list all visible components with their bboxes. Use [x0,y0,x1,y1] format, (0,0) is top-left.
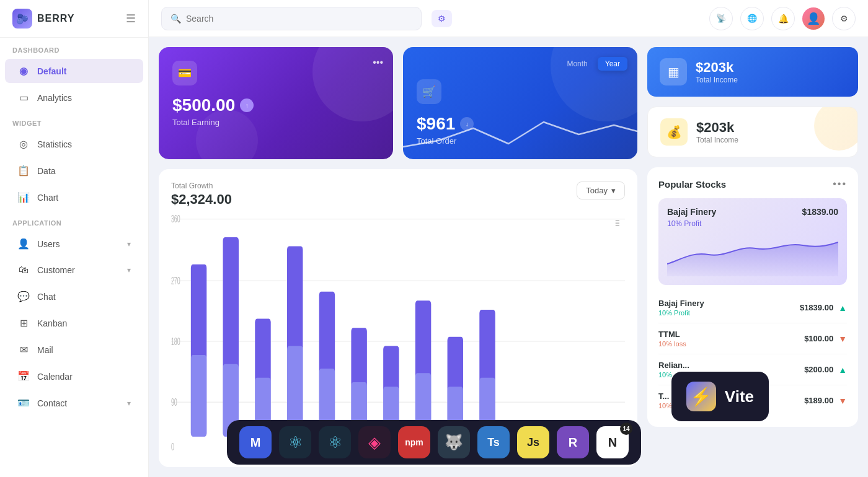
sidebar: 🫐 BERRY ☰ Dashboard ◉ Default ▭ Analytic… [0,0,149,477]
dock-typescript-icon[interactable]: Ts [477,426,510,458]
sidebar-item-statistics[interactable]: ◎ Statistics [5,132,143,156]
calendar-icon: 📅 [17,370,30,382]
sidebar-item-kanban[interactable]: ⊞ Kanban [5,311,143,335]
stock-name: TTML [658,330,686,339]
sidebar-item-mail[interactable]: ✉ Mail [5,338,143,362]
settings-button[interactable]: ⚙ [832,7,856,30]
arrow-up-icon: ▲ [838,303,847,313]
dock-figma-icon[interactable]: ◈ [358,426,391,458]
statistics-icon: ◎ [17,138,30,150]
notification-button[interactable]: 🔔 [771,7,795,30]
income-white-info: $203k Total Income [696,120,738,144]
sidebar-item-default[interactable]: ◉ Default [5,59,143,83]
card-menu-button[interactable]: ••• [373,57,383,68]
year-button[interactable]: Year [598,57,627,71]
stock-name: Bajaj Finery [658,299,704,308]
logo-emoji: 🫐 [16,13,29,25]
chevron-down-icon: ▾ [127,399,131,408]
gear-icon: ⚙ [840,14,848,24]
growth-header: Total Growth $2,324.00 Today ▾ [171,182,625,208]
sidebar-item-chat[interactable]: 💬 Chat [5,284,143,309]
featured-stock-card: Bajaj Finery $1839.00 10% Profit [658,198,847,285]
widget-section-label: Widget [0,111,148,131]
header: 🔍 ⚙ 📡 🌐 🔔 👤 ⚙ [149,0,868,37]
earning-amount: $500.00 ↑ [172,95,379,115]
menu-toggle-button[interactable]: ☰ [126,12,136,25]
translate-button[interactable]: 🌐 [740,7,764,30]
income-blue-icon: ▦ [660,58,687,85]
dock-wolf-icon[interactable]: 🐺 [438,426,470,458]
sidebar-item-users[interactable]: 👤 Users ▾ [5,232,143,256]
svg-text:0: 0 [171,441,174,453]
sidebar-item-label: Analytics [37,93,72,103]
vite-label: Vite [725,387,754,406]
earning-label: Total Earning [172,118,379,127]
stock-name: Relian... [658,361,689,370]
content-left: ••• 💳 $500.00 ↑ Total Earning Month Year [159,47,637,467]
dock-next-icon[interactable]: N 14 [596,426,629,458]
avatar[interactable]: 👤 [802,7,825,30]
stock-change: 10% loss [658,340,686,348]
app-name: BERRY [37,13,74,24]
dock-redux-icon[interactable]: R [557,426,589,458]
chevron-down-icon: ▾ [127,240,131,248]
income-card-blue: ▦ $203k Total Income [647,47,858,97]
order-icon: 🛒 [417,79,441,104]
dock-mui-icon[interactable]: M [239,426,272,458]
earning-card: ••• 💳 $500.00 ↑ Total Earning [159,47,393,159]
sidebar-item-label: Calendar [37,372,73,382]
sidebar-item-chart[interactable]: 📊 Chart [5,185,143,209]
bell-icon: 🔔 [778,14,789,24]
sidebar-item-analytics[interactable]: ▭ Analytics [5,85,143,110]
cards-row: ••• 💳 $500.00 ↑ Total Earning Month Year [159,47,637,159]
order-chart [403,110,637,159]
income-white-amount: $203k [696,120,738,136]
sidebar-item-data[interactable]: 📋 Data [5,159,143,183]
svg-rect-10 [191,355,206,437]
broadcast-button[interactable]: 📡 [709,7,733,30]
sidebar-item-label: Statistics [37,139,72,149]
month-button[interactable]: Month [559,57,595,71]
featured-stock-price: $1839.00 [802,207,838,217]
sidebar-item-customer[interactable]: 🛍 Customer ▾ [5,258,143,282]
stock-price: $200.00 [804,365,833,374]
svg-text:270: 270 [171,275,180,287]
income-blue-amount: $203k [696,59,738,76]
stock-list-item: TTML 10% loss $100.00 ▼ [658,323,847,354]
today-label: Today [586,186,608,195]
featured-stock-profit: 10% Profit [667,219,838,228]
dropdown-icon: ▾ [611,186,616,195]
default-icon: ◉ [17,65,30,77]
filter-button[interactable]: ⚙ [432,10,452,27]
search-input[interactable] [186,7,412,30]
today-button[interactable]: Today ▾ [577,182,625,199]
header-actions: 📡 🌐 🔔 👤 ⚙ [709,7,856,30]
dock-javascript-icon[interactable]: Js [517,426,549,458]
sidebar-item-calendar[interactable]: 📅 Calendar [5,364,143,388]
dashboard-section-label: Dashboard [0,38,148,58]
svg-text:360: 360 [171,214,180,225]
stock-info: TTML 10% loss [658,330,686,348]
period-toggle: Month Year [559,57,627,71]
sidebar-item-label: Data [37,166,56,176]
vite-popup: ⚡ Vite [671,372,769,421]
bar-chart: 360 270 180 90 0 [171,210,625,455]
sidebar-item-label: Chat [37,292,56,302]
stocks-title: Popular Stocks [658,179,726,190]
chat-icon: 💬 [17,291,30,302]
featured-stock-chart [667,233,838,276]
dock-react-native-icon[interactable]: ⚛ [319,426,351,458]
sidebar-item-contact[interactable]: 🪪 Contact ▾ [5,391,143,415]
earning-value: $500.00 [172,95,235,115]
card-decoration [814,107,858,151]
arrow-down-icon: ▼ [838,334,847,344]
dock-react-icon[interactable]: ⚛ [279,426,311,458]
kanban-icon: ⊞ [17,317,30,329]
svg-text:90: 90 [171,396,177,408]
stock-price: $100.00 [804,334,833,343]
arrow-down-icon: ▼ [838,396,847,406]
dock-npm-icon[interactable]: npm [398,426,430,458]
data-icon: 📋 [17,165,30,177]
stocks-more-button[interactable]: ••• [833,178,847,190]
chart-icon: 📊 [17,191,30,203]
